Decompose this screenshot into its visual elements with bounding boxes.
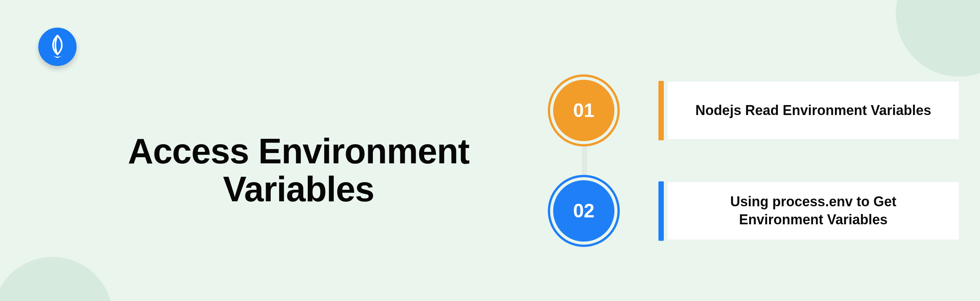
step-number-badge: 01: [553, 80, 614, 141]
step-accent-bar: [658, 181, 664, 241]
step-item: 02 Using process.env to Get Environment …: [553, 184, 959, 238]
step-number: 02: [573, 200, 595, 222]
brand-logo: [38, 28, 77, 66]
step-card: Nodejs Read Environment Variables: [668, 82, 959, 139]
steps-list: 01 Nodejs Read Environment Variables 02 …: [553, 84, 959, 238]
step-card: Using process.env to Get Environment Var…: [668, 182, 959, 240]
sailboat-icon: [44, 33, 71, 60]
step-label: Using process.env to Get Environment Var…: [687, 193, 940, 229]
step-item: 01 Nodejs Read Environment Variables: [553, 84, 959, 137]
page-title: Access Environment Variables: [126, 132, 471, 209]
step-number: 01: [573, 99, 595, 122]
title-line-2: Variables: [223, 169, 374, 209]
step-label: Nodejs Read Environment Variables: [695, 102, 931, 120]
title-line-1: Access Environment: [128, 132, 469, 171]
decorative-circle-bottom-left: [0, 257, 113, 301]
step-accent-bar: [658, 81, 664, 140]
decorative-circle-top-right: [896, 0, 980, 77]
step-number-badge: 02: [553, 180, 614, 242]
